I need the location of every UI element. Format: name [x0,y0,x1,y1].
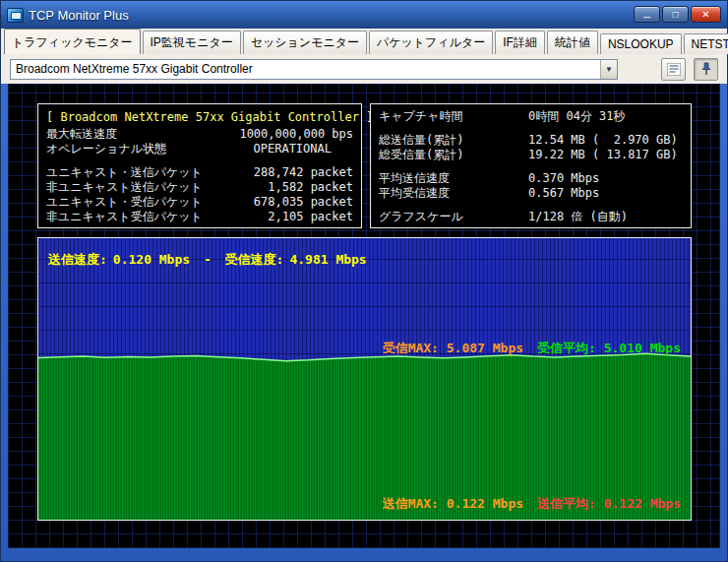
tab-ip-monitor[interactable]: IP監視モニター [143,31,241,54]
info-row: グラフスケール1/128 倍 (自動) [379,210,683,224]
tab-netstat[interactable]: NETSTAT [684,33,728,54]
tx-max-value: 0.122 Mbps [447,496,523,511]
rx-speed-value: 4.981 Mbps [289,252,366,267]
tx-speed-value: 0.120 Mbps [113,252,190,267]
tab-bar: トラフィックモニター IP監視モニター セッションモニター パケットフィルター … [1,29,727,54]
pushpin-icon [699,62,713,76]
maximize-button[interactable]: □ [662,6,689,23]
info-row: 非ユニキャスト受信パケット2,105 packet [46,210,353,224]
info-row: オペレーショナル状態OPERATIONAL [46,142,353,156]
tx-avg-value: 0.122 Mbps [604,496,681,511]
info-row: 総送信量(累計)12.54 MB ( 2.970 GB) [379,133,683,148]
info-row: ユニキャスト・受信パケット678,035 packet [46,195,353,210]
tab-session-monitor[interactable]: セッションモニター [243,31,367,54]
tab-if-detail[interactable]: IF詳細 [495,31,545,54]
info-row: 非ユニキャスト送信パケット1,582 packet [46,180,353,195]
tab-statistics[interactable]: 統計値 [547,31,598,54]
tx-speed-label: 送信速度: [48,252,107,267]
window-controls: ─ □ ✕ [634,6,721,23]
adapter-info-title: [ Broadcom NetXtreme 57xx Gigabit Contro… [46,109,353,127]
window-title: TCP Monitor Plus [29,8,129,23]
tab-packet-filter[interactable]: パケットフィルター [369,31,493,54]
info-row: 最大転送速度1000,000,000 bps [46,127,353,142]
minimize-button[interactable]: ─ [634,6,660,23]
close-button[interactable]: ✕ [691,6,721,23]
log-list-button[interactable] [661,58,686,81]
traffic-graph: 送信速度:0.120 Mbps - 受信速度:4.981 Mbps 受信MAX:… [37,237,692,521]
tab-traffic-monitor[interactable]: トラフィックモニター [4,29,141,54]
tx-avg-label: 送信平均: [537,496,596,511]
rx-stats-line: 受信MAX: 5.087 Mbps受信平均: 5.010 Mbps [383,340,681,357]
tx-stats-line: 送信MAX: 0.122 Mbps送信平均: 0.122 Mbps [383,495,681,513]
list-icon [667,63,681,76]
monitor-area: [ Broadcom NetXtreme 57xx Gigabit Contro… [8,84,720,548]
info-row: 平均送信速度0.370 Mbps [379,171,683,186]
info-row: 平均受信速度0.567 Mbps [379,186,683,201]
rx-speed-label: 受信速度: [225,252,284,267]
adapter-info-panel: [ Broadcom NetXtreme 57xx Gigabit Contro… [37,103,362,228]
rx-graph-area [38,238,691,520]
info-row: 総受信量(累計)19.22 MB ( 13.817 GB) [379,148,683,162]
chevron-down-icon[interactable]: ▼ [600,60,617,79]
adapter-select[interactable]: Broadcom NetXtreme 57xx Gigabit Controll… [10,59,618,80]
rx-max-label: 受信MAX: [383,341,439,355]
titlebar[interactable]: TCP Monitor Plus ─ □ ✕ [1,1,727,29]
app-window: TCP Monitor Plus ─ □ ✕ トラフィックモニター IP監視モニ… [0,0,728,562]
maximize-icon: □ [672,9,678,20]
info-row: ユニキャスト・送信パケット288,742 packet [46,165,353,180]
toolbar: Broadcom NetXtreme 57xx Gigabit Controll… [1,54,727,84]
rx-avg-label: 受信平均: [537,341,596,355]
app-icon [7,8,24,23]
graph-speed-header: 送信速度:0.120 Mbps - 受信速度:4.981 Mbps [48,251,373,269]
rx-max-value: 5.087 Mbps [447,341,523,355]
adapter-select-value: Broadcom NetXtreme 57xx Gigabit Controll… [11,62,253,76]
rx-avg-value: 5.010 Mbps [604,341,681,355]
capture-stats-panel: キャプチャ時間0時間 04分 31秒 総送信量(累計)12.54 MB ( 2.… [370,103,692,228]
info-row: キャプチャ時間0時間 04分 31秒 [379,109,683,124]
close-icon: ✕ [701,9,709,20]
tx-max-label: 送信MAX: [383,496,439,511]
tab-nslookup[interactable]: NSLOOKUP [600,33,682,54]
pin-topmost-button[interactable] [694,58,718,81]
minimize-icon: ─ [643,10,650,25]
